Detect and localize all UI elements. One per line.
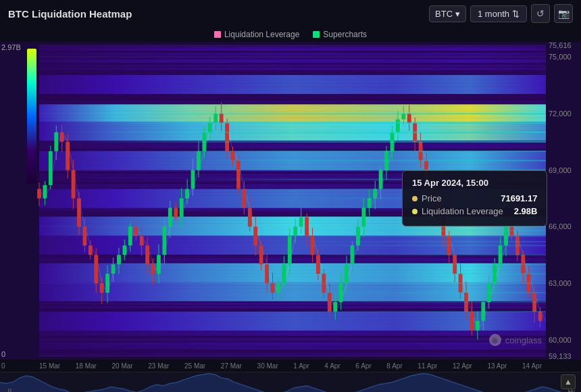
header: BTC Liquidation Heatmap BTC ▾ 1 month ⇅ … [0, 0, 581, 27]
scroll-up-button[interactable]: ▲ [561, 374, 576, 389]
supercharts-label: Supercharts [323, 30, 367, 39]
color-gradient-bar [27, 49, 36, 184]
mini-chart: ⏸ ⏭ [0, 372, 581, 392]
x-label: 1 Apr [293, 362, 309, 370]
x-label: 4 Apr [324, 362, 340, 370]
coin-selector[interactable]: BTC ▾ [429, 5, 466, 22]
legend-liquidation: Liquidation Leverage [214, 30, 299, 39]
x-label: 13 Apr [487, 362, 507, 370]
period-selector[interactable]: 1 month ⇅ [470, 5, 527, 22]
page-title: BTC Liquidation Heatmap [8, 8, 132, 20]
watermark: ◎ coinglass [489, 334, 542, 346]
pause-button[interactable]: ⏸ [5, 387, 14, 392]
x-label: 15 Mar [39, 362, 60, 370]
x-label: 25 Mar [184, 362, 205, 370]
refresh-button[interactable]: ↺ [531, 4, 550, 23]
x-label: 11 Apr [418, 362, 437, 370]
x-label: 12 Apr [453, 362, 472, 370]
x-label: 27 Mar [221, 362, 242, 370]
x-labels: 15 Mar18 Mar20 Mar23 Mar25 Mar27 Mar30 M… [39, 362, 542, 370]
camera-icon: 📷 [558, 8, 570, 19]
refresh-icon: ↺ [536, 8, 545, 19]
chart-area[interactable]: 2.97B 0 15 Apr 2024, 15:00 Price 71691.1… [0, 42, 581, 360]
period-chevron-icon: ⇅ [512, 9, 520, 19]
x-label: 18 Mar [76, 362, 97, 370]
period-value: 1 month [478, 9, 509, 19]
liquidation-dot [214, 31, 221, 38]
controls: BTC ▾ 1 month ⇅ ↺ 📷 [429, 4, 573, 23]
x-zero: 0 [1, 362, 5, 370]
x-label: 20 Mar [112, 362, 133, 370]
x-label: 8 Apr [386, 362, 402, 370]
x-label: 30 Mar [257, 362, 278, 370]
x-axis: 0 15 Mar18 Mar20 Mar23 Mar25 Mar27 Mar30… [0, 360, 581, 372]
coin-value: BTC [435, 9, 453, 19]
x-label: 6 Apr [355, 362, 371, 370]
watermark-text: coinglass [505, 335, 542, 345]
camera-button[interactable]: 📷 [554, 4, 573, 23]
liquidation-label: Liquidation Leverage [224, 30, 299, 39]
x-label: 14 Apr [522, 362, 542, 370]
chevron-up-icon: ▲ [564, 377, 572, 387]
coinglass-icon: ◎ [489, 334, 501, 346]
supercharts-dot [313, 31, 320, 38]
coin-chevron-icon: ▾ [455, 9, 460, 19]
x-label: 23 Mar [148, 362, 169, 370]
legend: Liquidation Leverage Supercharts [0, 27, 581, 42]
legend-supercharts: Supercharts [313, 30, 367, 39]
